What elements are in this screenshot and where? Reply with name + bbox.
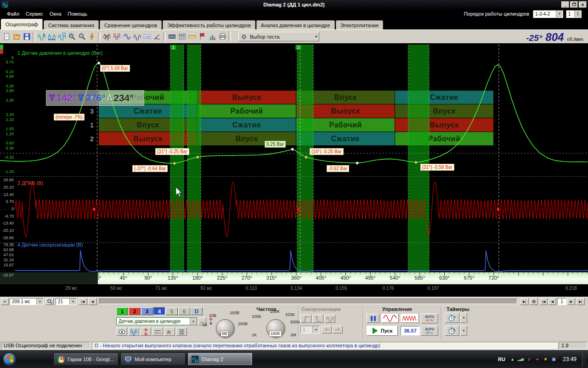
coupling-button[interactable] bbox=[152, 328, 163, 336]
marker-last-button[interactable]: ▶| bbox=[576, 298, 585, 305]
channel-button-2[interactable]: 2 bbox=[129, 307, 141, 315]
timer2-button[interactable] bbox=[445, 326, 459, 336]
taskbar-item[interactable]: Гараж 108 - Googl... bbox=[53, 352, 119, 366]
frequency-knob[interactable]: 160K bbox=[266, 319, 285, 338]
chevron-down-icon[interactable]: ▼ bbox=[190, 318, 197, 325]
continuous-capture-button[interactable] bbox=[401, 314, 419, 323]
measurement-dot[interactable] bbox=[173, 162, 176, 165]
auto-scale-button[interactable]: AUTO bbox=[421, 313, 438, 323]
auto-sync-button[interactable]: AUTO bbox=[421, 326, 438, 336]
minimize-button[interactable]: _ bbox=[561, 1, 569, 8]
disconnect-icon[interactable] bbox=[102, 32, 112, 42]
ruler-icon[interactable] bbox=[187, 32, 197, 42]
flag-marker-icon[interactable] bbox=[197, 32, 207, 42]
close-button[interactable]: × bbox=[579, 1, 587, 8]
menu-item[interactable]: Окна bbox=[46, 10, 65, 17]
taskbar-item[interactable]: Diamag 2 bbox=[187, 352, 253, 366]
channel-button-4[interactable]: 4 bbox=[153, 307, 165, 315]
timeline-icon[interactable] bbox=[167, 32, 177, 42]
wave-overlay-icon[interactable] bbox=[122, 32, 132, 42]
tab-item[interactable]: Электропитание bbox=[336, 20, 384, 29]
channel-button-D[interactable]: D bbox=[191, 307, 203, 315]
oscilloscope-plot[interactable]: 4РабочийВыпускВпускСжатие3СжатиеРабочийВ… bbox=[0, 43, 588, 297]
open-file-icon[interactable] bbox=[11, 32, 22, 42]
frame-scrollbar[interactable] bbox=[99, 299, 517, 304]
channel-button-5[interactable]: 5 bbox=[166, 307, 178, 315]
display-icon[interactable]: ▣ bbox=[550, 356, 557, 362]
taskbar-item[interactable]: Мой компьютер bbox=[120, 352, 186, 366]
print-icon[interactable] bbox=[217, 32, 227, 42]
timer1-button[interactable] bbox=[445, 313, 459, 323]
sync-source-select[interactable]: 1 ▼ bbox=[300, 326, 320, 334]
math-fx-button[interactable]: fx bbox=[164, 328, 175, 336]
channel-button-6[interactable]: 6 bbox=[178, 307, 190, 315]
crank-marker-dot[interactable] bbox=[297, 208, 300, 211]
cylinder-order-select[interactable]: 1-3-4-2 ▼ bbox=[533, 10, 563, 18]
taskbar-clock[interactable]: 23:49 bbox=[563, 356, 577, 362]
autoscale-button[interactable] bbox=[140, 328, 151, 336]
tab-item[interactable]: Анализ давления в цилиндре bbox=[256, 20, 335, 29]
test-select-combo[interactable]: Выбор теста ▼ bbox=[238, 32, 319, 41]
menu-item[interactable]: Файл bbox=[4, 10, 23, 17]
report-chart-icon[interactable] bbox=[207, 32, 217, 42]
measurement-dot[interactable] bbox=[356, 161, 359, 164]
vote-badge-icon[interactable]: vote bbox=[142, 32, 152, 42]
cylinder-number-spinner[interactable]: 1 ▲▼ bbox=[566, 10, 582, 18]
language-indicator[interactable]: RU bbox=[498, 356, 505, 362]
arrow-left-button[interactable] bbox=[322, 326, 332, 334]
channel-offset-arrows-icon[interactable] bbox=[208, 317, 214, 325]
timer2-dropdown-button[interactable]: ▼ bbox=[460, 326, 467, 336]
channel-button-3[interactable]: 3 bbox=[141, 307, 153, 315]
zoom-in-icon[interactable] bbox=[67, 32, 77, 42]
chevron-down-icon[interactable]: ▼ bbox=[69, 299, 76, 305]
frames-select[interactable]: 21 ▼ bbox=[56, 298, 77, 305]
measurement-dot[interactable] bbox=[196, 156, 199, 159]
measurement-dot[interactable] bbox=[414, 161, 417, 164]
menu-item[interactable]: Помощь bbox=[64, 10, 90, 17]
wave-probe-icon[interactable] bbox=[57, 32, 67, 42]
volts-knob[interactable]: 5В bbox=[216, 319, 234, 338]
network-activity-icon[interactable]: ▂▄▆ bbox=[517, 356, 524, 362]
edge-falling-button[interactable] bbox=[312, 315, 323, 323]
measurement-dot[interactable] bbox=[291, 148, 294, 150]
arrow-right-button[interactable] bbox=[333, 326, 343, 334]
zoom-button[interactable] bbox=[45, 298, 54, 305]
tab-item[interactable]: Система зажигания bbox=[44, 20, 99, 29]
save-file-icon[interactable] bbox=[22, 32, 32, 42]
marker-next-button[interactable]: ▶ bbox=[567, 298, 575, 305]
wave-multi-icon[interactable] bbox=[112, 32, 122, 42]
single-capture-button[interactable] bbox=[381, 314, 399, 323]
angle-measure-icon[interactable] bbox=[152, 32, 162, 42]
show-desktop-button[interactable] bbox=[582, 351, 586, 368]
add-marker-button[interactable]: ⊕ bbox=[530, 298, 538, 305]
tab-item[interactable]: Эффективность работы цилиндров bbox=[163, 20, 255, 29]
chevron-down-icon[interactable]: ▼ bbox=[36, 299, 43, 305]
measurement-dot[interactable] bbox=[305, 156, 308, 159]
auto-setup-icon[interactable] bbox=[87, 32, 97, 42]
list-menu-button[interactable] bbox=[176, 328, 187, 336]
start-button[interactable]: Пуск bbox=[367, 326, 398, 336]
go-first-button[interactable]: |◀ bbox=[79, 298, 87, 305]
sweep-menu-button[interactable]: ▼ bbox=[1, 298, 9, 305]
chevron-down-icon[interactable]: ▼ bbox=[556, 11, 563, 17]
wave-import-icon[interactable] bbox=[36, 32, 46, 42]
waveform-canvas[interactable] bbox=[0, 43, 588, 297]
measurement-dot[interactable] bbox=[97, 62, 100, 64]
usb-device-icon[interactable]: ● bbox=[534, 356, 541, 362]
marker-prev-button[interactable]: ◀ bbox=[548, 298, 556, 305]
volume-icon[interactable]: ♪ bbox=[526, 356, 532, 362]
timer1-dropdown-button[interactable]: ▼ bbox=[460, 313, 467, 323]
wave-gray-button[interactable] bbox=[324, 315, 335, 323]
restore-button[interactable] bbox=[570, 1, 578, 8]
wave-markers-icon[interactable] bbox=[132, 32, 142, 42]
tab-item[interactable]: Сравнение цилиндров bbox=[100, 20, 162, 29]
channel-button-1[interactable]: 1 bbox=[116, 307, 128, 315]
new-file-icon[interactable] bbox=[1, 32, 11, 42]
data-table-icon[interactable] bbox=[177, 32, 187, 42]
update-status-icon[interactable]: ★ bbox=[542, 356, 549, 362]
wave-fit-icon[interactable] bbox=[46, 32, 57, 42]
crank-marker-dot[interactable] bbox=[93, 208, 96, 211]
marker-first-button[interactable]: |◀ bbox=[540, 298, 548, 305]
zoom-out-icon[interactable] bbox=[77, 32, 87, 42]
step-back-button[interactable]: ◀ bbox=[88, 298, 97, 305]
